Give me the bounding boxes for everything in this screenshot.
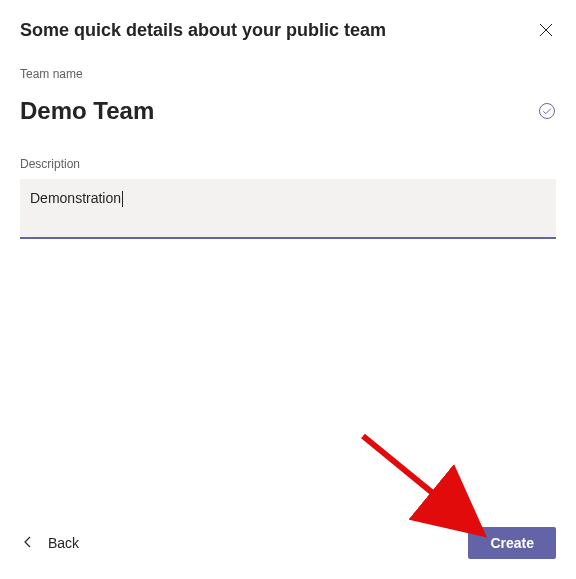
check-circle-icon (538, 102, 556, 120)
dialog-title: Some quick details about your public tea… (20, 20, 386, 41)
close-button[interactable] (536, 20, 556, 40)
back-label: Back (48, 535, 79, 551)
description-value: Demonstration (30, 190, 121, 206)
team-name-input[interactable]: Demo Team (20, 97, 154, 125)
description-label: Description (20, 157, 556, 171)
svg-line-3 (363, 436, 473, 526)
svg-point-2 (540, 104, 555, 119)
close-icon (539, 23, 553, 37)
team-name-label: Team name (20, 67, 556, 81)
text-cursor (122, 191, 123, 207)
back-button[interactable]: Back (20, 529, 83, 557)
chevron-left-icon (24, 536, 32, 551)
create-button[interactable]: Create (468, 527, 556, 559)
description-input[interactable]: Demonstration (20, 179, 556, 239)
